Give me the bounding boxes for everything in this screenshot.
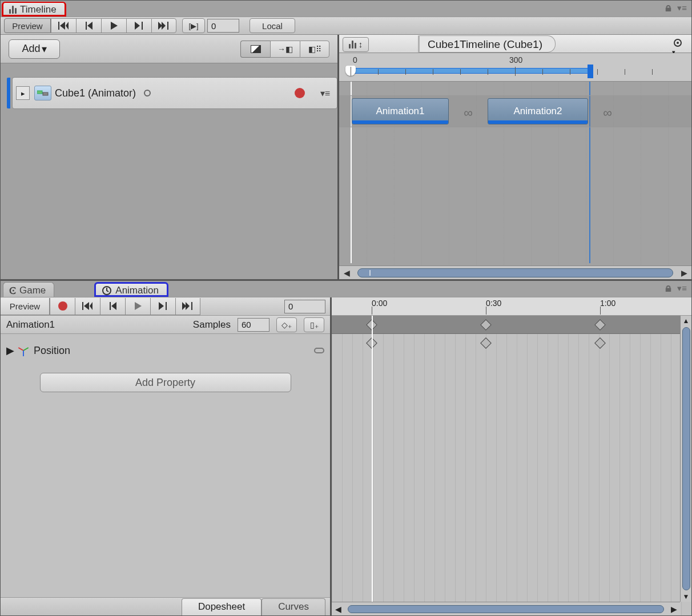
track-target-icon[interactable] (144, 90, 151, 96)
local-global-toggle[interactable]: Local (250, 18, 295, 33)
ripple-icon: →◧ (277, 45, 293, 54)
animation-dopesheet-area[interactable]: ▲ ▼ ◀ ▶ (332, 316, 691, 615)
scroll-thumb[interactable] (682, 327, 690, 590)
lock-icon[interactable]: 🔒︎ (664, 3, 673, 13)
frame-value: 0 (211, 21, 216, 31)
scroll-down-icon[interactable]: ▼ (683, 593, 690, 601)
next-key-icon (159, 302, 168, 310)
lock-icon[interactable]: 🔒︎ (664, 284, 673, 293)
record-icon (58, 301, 67, 311)
timeline-clip-area-panel: ↕ Cube1Timeline (Cube1) ▾ 0 300 (339, 35, 691, 279)
anim-preview-label: Preview (10, 301, 40, 311)
clip-animation1[interactable]: Animation1 (352, 98, 449, 124)
tabmenu-icon[interactable]: ▾≡ (677, 283, 687, 293)
playrange-button[interactable]: [▶] (182, 18, 205, 33)
add-event-button[interactable]: ▯₊ (304, 317, 324, 332)
samples-value: 60 (242, 320, 251, 329)
gear-icon (672, 37, 683, 49)
animation-ruler[interactable]: 0:00 0:30 1:00 (332, 297, 691, 316)
animator-chip-icon (34, 86, 51, 100)
track-play-icon: ▸ (16, 86, 30, 100)
timeline-asset-tab[interactable]: Cube1Timeline (Cube1) (418, 35, 556, 53)
next-frame-button[interactable] (126, 18, 151, 33)
game-icon: Ͼ (9, 285, 16, 297)
property-key-icon[interactable] (314, 348, 324, 353)
timeline-markers-button[interactable]: ↕ (343, 37, 369, 52)
tabmenu-icon[interactable]: ▾≡ (677, 3, 687, 13)
prev-frame-button[interactable] (76, 18, 101, 33)
timeline-track-list: Add ▾ →◧ ◧⠿ (1, 35, 339, 279)
add-property-button[interactable]: Add Property (40, 373, 291, 392)
tab-timeline[interactable]: Timeline (2, 2, 66, 17)
ruler-label-300: 300 (509, 55, 522, 65)
clip-loop-icon: ∞ (590, 104, 625, 122)
timeline-lockrow: 🔒︎ ▾≡ (664, 3, 687, 13)
animation-toolbar: Preview (1, 297, 330, 316)
timeline-track-area: ▸ Cube1 (Animator) ▾≡ (1, 63, 337, 279)
tab-animation[interactable]: Animation (94, 282, 168, 297)
scroll-left-icon[interactable]: ◀ (339, 268, 354, 277)
anim-frame-value: 0 (288, 301, 293, 311)
anim-go-end-button[interactable] (175, 298, 200, 315)
timeline-clip-row: Animation1 ∞ Animation2 ∞ (339, 95, 691, 127)
playrange-icon: [▶] (188, 22, 198, 30)
timeline-asset-header: ↕ Cube1Timeline (Cube1) ▾ (339, 35, 691, 53)
clip-label: Animation2 (513, 106, 562, 117)
dopesheet-summary-row (332, 316, 680, 334)
animation-left-panel: Preview (1, 297, 332, 615)
track-record-button[interactable] (295, 88, 305, 98)
add-keyframe-button[interactable]: ◇₊ (276, 317, 297, 332)
track-menu-icon[interactable]: ▾≡ (320, 88, 330, 99)
edit-mode-replace-button[interactable]: ◧⠿ (300, 41, 329, 58)
animation-vscrollbar[interactable]: ▲ ▼ (680, 316, 691, 602)
go-start-icon (82, 302, 94, 310)
samples-field[interactable]: 60 (238, 318, 269, 332)
property-label: Position (34, 345, 70, 357)
anim-frame-field[interactable]: 0 (284, 300, 325, 313)
timeline-playend-handle[interactable] (588, 65, 593, 78)
scroll-thumb[interactable] (348, 605, 664, 613)
anim-preview-button[interactable]: Preview (1, 298, 50, 315)
expand-icon[interactable]: ▶ (6, 344, 14, 357)
timeline-icon (9, 6, 17, 14)
tab-game[interactable]: Ͼ Game (3, 282, 54, 297)
anim-play-button[interactable] (125, 298, 150, 315)
tab-game-label: Game (19, 285, 46, 296)
tab-curves[interactable]: Curves (261, 598, 325, 615)
anim-go-start-button[interactable] (75, 298, 100, 315)
timeline-playrange-bar[interactable] (347, 68, 590, 74)
track-cube1-animator[interactable]: ▸ Cube1 (Animator) ▾≡ (12, 77, 337, 109)
scroll-right-icon[interactable]: ▶ (677, 268, 691, 277)
frame-field[interactable]: 0 (207, 19, 239, 33)
animation-hscrollbar[interactable]: ◀ ▶ (332, 602, 680, 615)
scroll-left-icon[interactable]: ◀ (332, 605, 344, 614)
play-button[interactable] (101, 18, 126, 33)
clip-dropdown[interactable]: Animation1 (6, 319, 55, 331)
add-label: Add (22, 43, 40, 55)
prev-key-icon (108, 302, 118, 310)
timeline-tabrow: Timeline 🔒︎ ▾≡ (1, 1, 691, 17)
scroll-up-icon[interactable]: ▲ (683, 317, 690, 325)
clip-animation2[interactable]: Animation2 (488, 98, 588, 124)
timeline-hscrollbar[interactable]: ◀ ▶ (339, 265, 691, 279)
property-position[interactable]: ▶ Position (6, 342, 324, 359)
edit-mode-mix-button[interactable] (240, 41, 270, 58)
tab-dopesheet[interactable]: Dopesheet (182, 598, 261, 615)
scroll-thumb[interactable] (357, 268, 673, 277)
anim-record-button[interactable] (50, 298, 75, 315)
go-start-button[interactable] (51, 18, 76, 33)
next-frame-icon (135, 22, 144, 30)
scroll-right-icon[interactable]: ▶ (667, 605, 680, 614)
timeline-clip-area[interactable]: Animation1 ∞ Animation2 ∞ ◀ ▶ (339, 82, 691, 279)
ruler-0-00: 0:00 (372, 299, 387, 308)
timeline-ruler[interactable]: 0 300 (339, 53, 691, 82)
edit-mode-ripple-button[interactable]: →◧ (270, 41, 300, 58)
svg-rect-0 (37, 91, 42, 94)
anim-next-key-button[interactable] (150, 298, 175, 315)
preview-button[interactable]: Preview (4, 18, 51, 33)
tab-animation-label: Animation (115, 285, 159, 296)
ruler-1-00: 1:00 (600, 299, 615, 308)
go-end-button[interactable] (151, 18, 176, 33)
anim-prev-key-button[interactable] (100, 298, 125, 315)
add-track-button[interactable]: Add ▾ (9, 39, 60, 59)
